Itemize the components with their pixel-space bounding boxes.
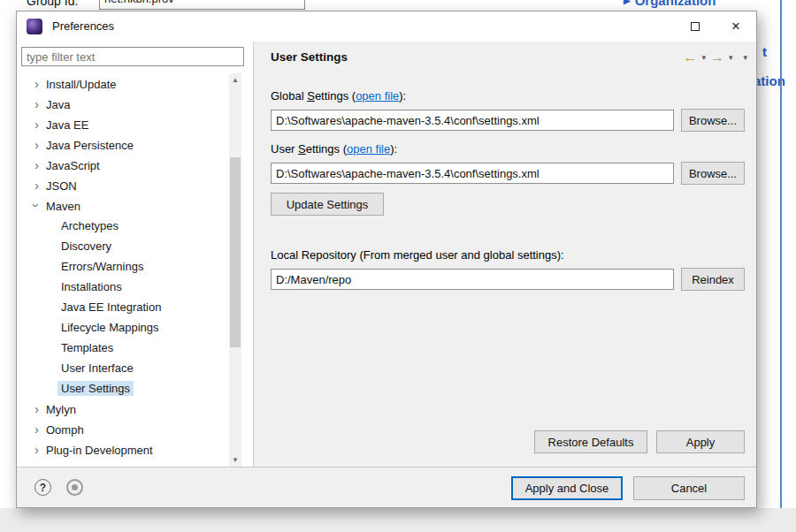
forward-menu-caret-icon[interactable]: ▾ bbox=[729, 53, 733, 62]
tree-item-installations[interactable]: Installations bbox=[17, 277, 229, 297]
chevron-right-icon[interactable]: › bbox=[31, 439, 42, 460]
dialog-footer: ? Apply and Close Cancel bbox=[17, 467, 756, 507]
tree-item-oomph[interactable]: ›Oomph bbox=[17, 419, 229, 439]
user-settings-label: User Settings (open file): bbox=[271, 142, 397, 158]
back-menu-caret-icon[interactable]: ▾ bbox=[701, 53, 706, 62]
group-id-field[interactable]: net.hkbn.prov bbox=[99, 0, 305, 10]
preferences-dialog: Preferences × ›Install/Update ›Java ›Jav… bbox=[16, 11, 757, 508]
tree-item-json[interactable]: ›JSON bbox=[17, 175, 229, 195]
group-id-label: Group Id: bbox=[27, 0, 78, 8]
cancel-button[interactable]: Cancel bbox=[633, 476, 745, 500]
window-title: Preferences bbox=[52, 11, 114, 42]
tree-item-user-interface[interactable]: User Interface bbox=[17, 358, 229, 378]
user-browse-button[interactable]: Browse... bbox=[681, 162, 745, 185]
dialog-titlebar[interactable]: Preferences × bbox=[17, 11, 756, 42]
global-settings-label: Global Settings (open file): bbox=[271, 89, 406, 105]
local-repository-input[interactable] bbox=[271, 269, 674, 290]
chevron-right-icon[interactable]: › bbox=[31, 94, 42, 114]
chevron-right-icon[interactable]: › bbox=[31, 134, 42, 155]
tree-item-discovery[interactable]: Discovery bbox=[17, 236, 229, 256]
page-header: User Settings ← ▾ → ▾ ▾ bbox=[255, 42, 756, 73]
tree-item-errors-warnings[interactable]: Errors/Warnings bbox=[17, 256, 229, 277]
restore-defaults-button[interactable]: Restore Defaults bbox=[534, 430, 647, 453]
tree-item-java-ee-integration[interactable]: Java EE Integration bbox=[17, 297, 229, 317]
organization-section-header[interactable]: ▶Organization bbox=[624, 0, 716, 8]
tree-item-templates[interactable]: Templates bbox=[17, 338, 229, 358]
tree-item-lifecycle-mappings[interactable]: Lifecycle Mappings bbox=[17, 317, 229, 338]
preference-recorder-icon[interactable] bbox=[66, 479, 83, 496]
edge-text-fragment-top: t bbox=[762, 44, 767, 59]
scroll-up-icon[interactable]: ▲ bbox=[229, 73, 241, 87]
chevron-right-icon[interactable]: › bbox=[31, 419, 42, 439]
maximize-button[interactable] bbox=[675, 11, 716, 42]
chevron-right-icon[interactable]: › bbox=[31, 155, 42, 175]
chevron-down-icon[interactable]: › bbox=[27, 200, 47, 211]
update-settings-button[interactable]: Update Settings bbox=[271, 193, 384, 216]
chevron-right-icon[interactable]: › bbox=[31, 114, 42, 134]
global-open-file-link[interactable]: open file bbox=[356, 89, 399, 103]
tree-item-java-ee[interactable]: ›Java EE bbox=[17, 114, 229, 134]
tree-item-maven[interactable]: ›Maven bbox=[17, 195, 229, 216]
chevron-right-icon[interactable]: › bbox=[31, 73, 42, 94]
organization-section-label: Organization bbox=[635, 0, 716, 8]
apply-and-close-button[interactable]: Apply and Close bbox=[511, 476, 623, 500]
tree-item-plug-in-development[interactable]: ›Plug-in Development bbox=[17, 439, 229, 460]
user-settings-input[interactable] bbox=[271, 163, 674, 184]
view-menu-caret-icon[interactable]: ▾ bbox=[743, 53, 747, 62]
local-repository-label: Local Repository (From merged user and g… bbox=[271, 248, 564, 264]
preferences-tree-panel: ›Install/Update ›Java ›Java EE ›Java Per… bbox=[17, 42, 254, 467]
help-icon[interactable]: ? bbox=[34, 479, 51, 496]
section-arrow-icon: ▶ bbox=[624, 0, 631, 5]
eclipse-preferences-icon bbox=[27, 19, 42, 34]
back-icon[interactable]: ← bbox=[683, 49, 697, 65]
global-settings-input[interactable] bbox=[271, 110, 674, 131]
editor-edge-divider bbox=[780, 0, 782, 508]
tree-item-java[interactable]: ›Java bbox=[17, 94, 229, 114]
dialog-body: ›Install/Update ›Java ›Java EE ›Java Per… bbox=[17, 42, 756, 467]
scrollbar-thumb[interactable] bbox=[230, 157, 241, 347]
scroll-down-icon[interactable]: ▼ bbox=[229, 453, 241, 467]
close-button[interactable]: × bbox=[716, 11, 756, 42]
recorder-dot-icon bbox=[72, 484, 78, 490]
apply-button[interactable]: Apply bbox=[656, 430, 745, 453]
background-bottom-strip bbox=[0, 508, 796, 532]
tree-item-install-update[interactable]: ›Install/Update bbox=[17, 73, 229, 94]
chevron-right-icon[interactable]: › bbox=[31, 399, 42, 419]
tree-item-mylyn[interactable]: ›Mylyn bbox=[17, 399, 229, 419]
page-title: User Settings bbox=[271, 42, 348, 73]
forward-icon[interactable]: → bbox=[710, 49, 724, 65]
preferences-tree: ›Install/Update ›Java ›Java EE ›Java Per… bbox=[17, 73, 229, 467]
close-icon: × bbox=[731, 18, 740, 35]
tree-item-javascript[interactable]: ›JavaScript bbox=[17, 155, 229, 175]
tree-item-user-settings[interactable]: User Settings bbox=[17, 378, 229, 399]
tree-scrollbar[interactable]: ▲ ▼ bbox=[229, 73, 241, 467]
reindex-button[interactable]: Reindex bbox=[681, 268, 745, 291]
chevron-right-icon[interactable]: › bbox=[31, 175, 42, 195]
filter-input[interactable] bbox=[21, 47, 244, 66]
user-open-file-link[interactable]: open file bbox=[347, 142, 390, 156]
maximize-icon bbox=[691, 22, 700, 31]
tree-item-archetypes[interactable]: Archetypes bbox=[17, 216, 229, 236]
history-nav: ← ▾ → ▾ ▾ bbox=[683, 42, 747, 73]
tree-item-java-persistence[interactable]: ›Java Persistence bbox=[17, 134, 229, 155]
user-settings-page: User Settings ← ▾ → ▾ ▾ Global Settings … bbox=[255, 42, 756, 467]
global-browse-button[interactable]: Browse... bbox=[681, 109, 745, 132]
